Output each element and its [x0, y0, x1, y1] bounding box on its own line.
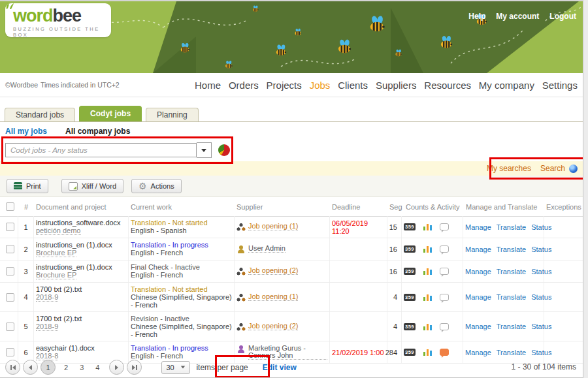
work-status[interactable]: Translation - In progress	[131, 241, 232, 249]
col-header-seg[interactable]: Seg	[387, 203, 402, 211]
activity-chart-icon[interactable]	[423, 349, 432, 356]
status-filter-select[interactable]: Codyt jobs - Any status	[5, 143, 197, 157]
manage-link[interactable]: Manage	[465, 349, 491, 356]
col-header-num[interactable]: #	[18, 203, 34, 211]
activity-chart-icon[interactable]	[423, 294, 432, 301]
row-checkbox[interactable]	[6, 267, 14, 276]
next-page-button[interactable]	[109, 360, 124, 375]
word-count-badge[interactable]: 359	[404, 223, 416, 230]
activity-chart-icon[interactable]	[423, 323, 432, 330]
comment-bubble-icon[interactable]	[440, 223, 449, 230]
supplier-link[interactable]: Job opening (2)	[248, 267, 298, 275]
print-button[interactable]: Print	[7, 179, 48, 193]
project-name[interactable]: petición demo	[36, 227, 81, 235]
col-header-exceptions[interactable]: Exceptions	[544, 203, 583, 211]
tab-codyt-jobs[interactable]: Codyt jobs	[79, 106, 142, 121]
word-count-badge[interactable]: 359	[404, 349, 416, 356]
translate-link[interactable]: Translate	[497, 323, 526, 330]
project-name[interactable]: Brochure EP	[36, 249, 76, 257]
project-name[interactable]: 2018-9	[36, 294, 58, 302]
nav-item-my-company[interactable]: My company	[479, 80, 534, 91]
nav-item-jobs[interactable]: Jobs	[310, 80, 331, 91]
document-name[interactable]: instructions_en (1).docx	[36, 241, 112, 249]
supplier-link[interactable]: Job opening (2)	[248, 323, 298, 330]
word-count-badge[interactable]: 359	[404, 245, 416, 253]
document-name[interactable]: instructions_software.docx	[36, 219, 121, 227]
my-account-link[interactable]: My account	[496, 12, 539, 21]
supplier-link[interactable]: User Admin	[248, 245, 286, 253]
word-count-badge[interactable]: 359	[404, 323, 416, 330]
manage-link[interactable]: Manage	[465, 268, 491, 276]
comment-bubble-icon[interactable]	[440, 268, 449, 275]
document-name[interactable]: 1700 txt (2).txt	[36, 285, 82, 293]
subtab-all-my-jobs[interactable]: All my jobs	[5, 127, 47, 136]
col-header-counts[interactable]: Counts & Activity	[402, 203, 463, 211]
col-header-document[interactable]: Document and project	[34, 203, 129, 211]
page-size-select[interactable]: 30	[161, 361, 190, 374]
last-page-button[interactable]	[127, 360, 142, 375]
comment-bubble-icon[interactable]	[440, 323, 449, 330]
comment-bubble-icon[interactable]	[440, 245, 449, 253]
tab-standard-jobs[interactable]: Standard jobs	[5, 108, 75, 121]
comment-bubble-icon[interactable]	[440, 349, 449, 356]
col-header-current-work[interactable]: Current work	[129, 203, 235, 211]
word-count-badge[interactable]: 359	[404, 294, 416, 301]
search-link[interactable]: Search	[540, 164, 565, 173]
manage-link[interactable]: Manage	[465, 293, 491, 301]
row-checkbox[interactable]	[6, 293, 14, 302]
edit-view-link[interactable]: Edit view	[263, 363, 297, 372]
tab-planning[interactable]: Planning	[146, 108, 199, 121]
document-name[interactable]: 1700 txt (2).txt	[36, 315, 82, 323]
supplier-link[interactable]: Job opening (1)	[248, 223, 298, 230]
nav-item-projects[interactable]: Projects	[267, 80, 302, 91]
activity-chart-icon[interactable]	[423, 268, 432, 275]
translate-link[interactable]: Translate	[497, 245, 526, 253]
search-globe-icon[interactable]	[569, 165, 578, 173]
activity-chart-icon[interactable]	[423, 223, 432, 230]
word-count-badge[interactable]: 359	[404, 268, 416, 275]
work-status[interactable]: Revision - Inactive	[131, 315, 232, 323]
work-status[interactable]: Translation - Not started	[131, 285, 232, 293]
translate-link[interactable]: Translate	[497, 268, 526, 276]
work-status[interactable]: Translation - In progress	[131, 344, 232, 352]
nav-item-orders[interactable]: Orders	[229, 80, 259, 91]
nav-item-clients[interactable]: Clients	[338, 80, 368, 91]
document-name[interactable]: instructions_en (1).docx	[36, 263, 112, 271]
my-searches-link[interactable]: My searches	[487, 164, 531, 173]
translate-link[interactable]: Translate	[497, 223, 526, 231]
page-button-1[interactable]: 1	[41, 360, 56, 375]
translate-link[interactable]: Translate	[497, 349, 526, 356]
page-button-3[interactable]: 3	[80, 364, 84, 371]
nav-item-suppliers[interactable]: Suppliers	[376, 80, 417, 91]
pie-chart-icon[interactable]	[218, 144, 230, 156]
page-button-2[interactable]: 2	[64, 364, 68, 371]
row-checkbox[interactable]	[6, 348, 14, 356]
row-checkbox[interactable]	[6, 223, 14, 231]
actions-button[interactable]: Actions	[131, 179, 182, 193]
supplier-link[interactable]: Job opening (1)	[248, 293, 298, 301]
nav-item-resources[interactable]: Resources	[424, 80, 471, 91]
subtab-all-company-jobs[interactable]: All company jobs	[65, 127, 130, 136]
work-status[interactable]: Final Check - Inactive	[131, 263, 232, 271]
comment-bubble-icon[interactable]	[440, 294, 449, 301]
activity-chart-icon[interactable]	[423, 245, 432, 253]
project-name[interactable]: Brochure EP	[36, 272, 76, 279]
status-filter-dropdown-button[interactable]	[197, 142, 212, 158]
col-header-deadline[interactable]: Deadline	[330, 203, 387, 211]
document-name[interactable]: easychair (1).docx	[36, 344, 95, 352]
logout-link[interactable]: Logout	[549, 12, 576, 21]
first-page-button[interactable]	[5, 360, 20, 375]
nav-item-settings[interactable]: Settings	[542, 80, 578, 91]
row-checkbox[interactable]	[6, 245, 14, 253]
help-link[interactable]: Help	[468, 12, 485, 21]
nav-item-home[interactable]: Home	[195, 80, 221, 91]
row-checkbox[interactable]	[6, 323, 14, 331]
translate-link[interactable]: Translate	[497, 293, 526, 301]
page-button-4[interactable]: 4	[95, 364, 99, 371]
col-header-supplier[interactable]: Supplier	[235, 203, 330, 211]
project-name[interactable]: 2018-9	[36, 323, 58, 331]
col-header-manage[interactable]: Manage and Translate	[463, 203, 544, 211]
manage-link[interactable]: Manage	[465, 323, 491, 330]
select-all-checkbox[interactable]	[6, 202, 14, 211]
prev-page-button[interactable]	[23, 360, 38, 375]
